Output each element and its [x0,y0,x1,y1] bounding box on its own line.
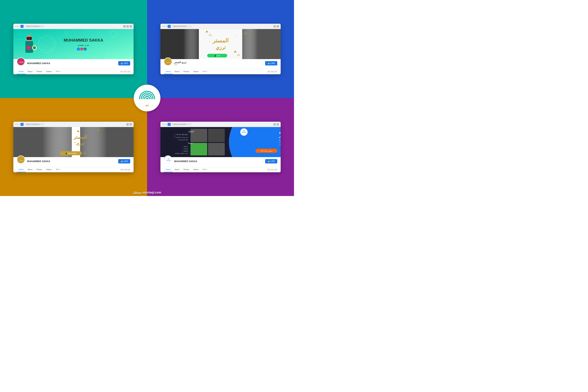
svg-point-16 [33,46,36,50]
bi10 [277,123,279,126]
nd10 [267,169,270,170]
dot-y4 [164,124,165,125]
tab-about-br[interactable]: About [173,167,182,172]
cover-tl: MUHAMMED SAKKA مدير تنفيذي f ig in [13,29,134,59]
browser-dots [15,26,20,27]
dot-yellow [17,26,18,27]
nd1 [120,71,123,72]
tab-home-br[interactable]: Home [164,167,173,172]
tab-home-tl[interactable]: Home [17,69,26,74]
svg-text:ترزي: ترزي [76,141,84,146]
nd4 [267,71,270,72]
search-bar-tl[interactable]: Search Facebook [24,25,44,28]
svg-text:المستر: المستر [166,62,170,63]
svg-text:عنج: عنج [145,104,149,107]
svg-rect-67 [208,129,225,142]
svg-text:شركة: شركة [279,131,281,134]
quadrant-tl: f Search Facebook [0,0,147,98]
cover-tl-svg: MUHAMMED SAKKA مدير تنفيذي f ig in [13,29,134,59]
dot-r2 [162,26,163,27]
nd12 [274,169,277,170]
search-bar-bl[interactable]: Search Facebook [24,123,44,126]
mockup-tl: f Search Facebook [13,24,134,74]
tab-more-tr[interactable]: More+ [201,69,210,74]
tab-videos-tr[interactable]: Videos [191,69,201,74]
tab-photos-bl[interactable]: Photos [34,167,44,172]
svg-rect-52 [80,127,134,157]
svg-text:—  وصيانة: — وصيانة [182,148,188,150]
nav-right-bl [120,167,130,172]
tab-about-bl[interactable]: About [26,167,34,172]
avatar-svg-bl: المستر [17,156,25,164]
bi9 [274,123,276,126]
nav-right-br [267,167,277,172]
tab-more-br[interactable]: More+ [201,167,210,172]
tab-photos-tr[interactable]: Photos [182,69,191,74]
tab-more-bl[interactable]: More+ [54,167,62,172]
tab-videos-br[interactable]: Videos [191,167,201,172]
mockup-tr: f Search Facebook [160,24,281,74]
watermark: مستقل mostaql.com [133,191,161,194]
profile-avatar-tr: المستر [164,58,172,66]
tab-photos-tl[interactable]: Photos [34,69,44,74]
tab-videos-tl[interactable]: Videos [44,69,54,74]
svg-text:×: × [209,40,210,43]
svg-text:تسوق منتجاتنا الآن: تسوق منتجاتنا الآن [260,150,272,152]
svg-text:ترزي: ترزي [216,45,226,50]
profile-section-tr: المستر ترزي المستر خياط 👍 LIKE [160,59,281,69]
like-button-tr[interactable]: 👍 LIKE [265,61,277,66]
search-bar-br[interactable]: Search Facebook [172,123,192,126]
profile-section-bl: المستر MUHAMMED SAKKA 👍 LIKE [13,157,134,167]
profile-avatar-tl: LOGO [17,58,25,66]
nd9 [127,169,130,170]
svg-text:بجوار كوبري غرابي: بجوار كوبري غرابي [178,139,188,140]
fb-logo-tl: f [20,25,24,28]
browser-icons-tr [274,25,279,28]
tab-photos-br[interactable]: Photos [182,167,191,172]
cover-br: للتواصل 📞 +20 101 358 0497 📍 أرض نوبار ش… [160,127,281,157]
bi1 [123,25,126,28]
nav-tabs-tl: Home About Photos Videos More+ [13,69,134,74]
tab-more-tl[interactable]: More+ [54,69,62,74]
bi7 [126,123,129,126]
tab-about-tl[interactable]: About [26,69,34,74]
dot-g4 [166,124,166,125]
svg-rect-32 [160,29,199,59]
browser-bar-br: f Search Facebook [160,122,281,127]
quadrant-bl: f Search Facebook [0,98,147,196]
svg-text:—  واصلاح: — واصلاح [182,150,188,152]
bi2 [126,25,129,28]
tab-about-tr[interactable]: About [173,69,182,74]
like-button-bl[interactable]: 👍 LIKE [118,159,130,164]
center-logo-svg: عنج [137,88,157,108]
svg-text:الحلواني والمخابر: الحلواني والمخابر [279,144,281,146]
search-bar-tr[interactable]: Search Facebook [172,25,192,28]
svg-text:شركة متخصصة في تصنيع: شركة متخصصة في تصنيع [279,139,281,141]
svg-rect-34 [242,29,281,59]
mockup-bl: f Search Facebook [13,122,134,172]
like-button-br[interactable]: 👍 LIKE [265,159,277,164]
dot-y3 [17,124,18,125]
dot-green [18,26,20,27]
browser-icons-br [274,123,279,126]
fb-logo-bl: f [20,123,24,126]
like-button-tl[interactable]: 👍 LIKE [118,61,130,66]
dot-g2 [166,26,166,27]
svg-text:CENTER: CENTER [166,160,170,161]
browser-icons-tl [123,25,132,28]
nd8 [124,169,127,170]
bi5 [277,25,279,28]
browser-bar-bl: f Search Facebook [13,122,134,127]
nav-dots-tr [267,71,277,72]
svg-text:المستر: المستر [19,160,23,161]
dot-red [15,26,16,27]
tab-home-tr[interactable]: Home [164,69,173,74]
nd5 [271,71,274,72]
tab-home-bl[interactable]: Home [17,167,26,172]
svg-rect-69 [208,143,225,156]
tab-videos-bl[interactable]: Videos [44,167,54,172]
nav-tabs-br: Home About Photos Videos More+ [160,167,281,172]
center-logo: عنج [134,85,160,111]
nav-dots-tl [120,71,130,72]
svg-point-13 [28,38,30,40]
